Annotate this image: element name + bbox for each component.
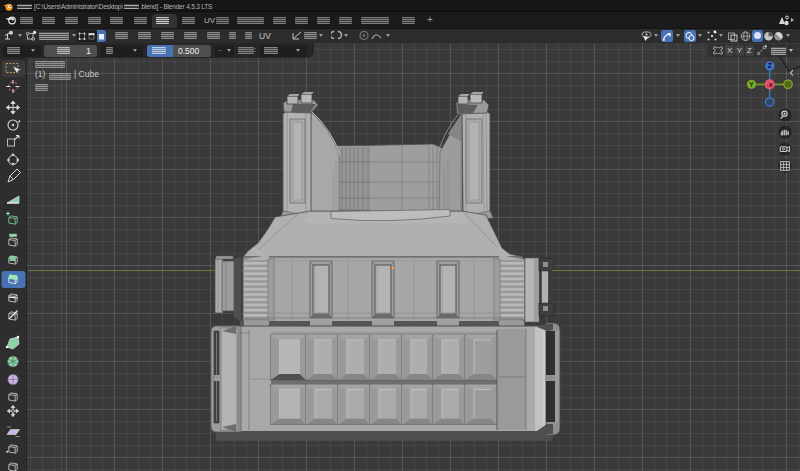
- svg-text:Z: Z: [768, 62, 772, 69]
- svg-text:-X: -X: [767, 82, 773, 88]
- svg-text:Y: Y: [749, 81, 754, 88]
